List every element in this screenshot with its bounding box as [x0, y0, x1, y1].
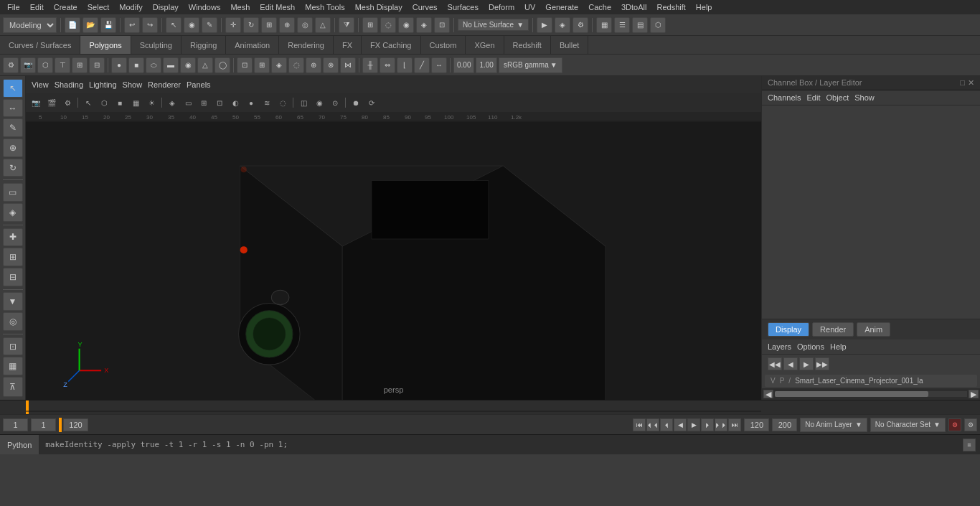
- bevel-btn[interactable]: ⌊: [397, 57, 413, 73]
- menu-3dttoall[interactable]: 3DtoAll: [617, 1, 651, 13]
- bridge-btn[interactable]: ⊞: [254, 57, 270, 73]
- open-scene-btn[interactable]: 📂: [83, 17, 98, 33]
- layer-scrollbar[interactable]: ◀ ▶: [762, 388, 980, 400]
- layer-next-btn[interactable]: ▶: [799, 357, 814, 370]
- menu-mesh-tools[interactable]: Mesh Tools: [301, 1, 349, 13]
- vp-dof-btn[interactable]: ◌: [275, 96, 290, 109]
- component-select-btn[interactable]: ◈: [3, 203, 23, 222]
- front-view-btn[interactable]: ⊞: [72, 57, 88, 73]
- viewport-menu-show[interactable]: Show: [123, 80, 143, 89]
- paint-tool-btn[interactable]: ✎: [3, 118, 23, 137]
- show-menu[interactable]: Show: [854, 93, 875, 102]
- rect-select-btn[interactable]: ▭: [3, 183, 23, 202]
- prev-key-btn[interactable]: ⏴⏴: [646, 418, 659, 431]
- menu-modify[interactable]: Modify: [115, 1, 146, 13]
- separate-btn[interactable]: ⊗: [323, 57, 339, 73]
- top-view-btn[interactable]: ⊤: [55, 57, 70, 73]
- vp-sync-btn[interactable]: ⟳: [364, 96, 379, 109]
- menu-generate[interactable]: Generate: [541, 1, 583, 13]
- go-end-btn[interactable]: ⏭: [728, 418, 741, 431]
- color-transform-dropdown[interactable]: sRGB gamma ▼: [499, 57, 562, 73]
- move-btn[interactable]: ✛: [225, 17, 241, 33]
- vp-camera-btn[interactable]: 📷: [29, 96, 43, 109]
- rotate-btn[interactable]: ↻: [243, 17, 259, 33]
- tab-fx-caching[interactable]: FX Caching: [362, 36, 420, 54]
- ipr-btn[interactable]: ◈: [555, 17, 570, 33]
- outliner-btn[interactable]: ▤: [632, 17, 648, 33]
- undo-btn[interactable]: ↩: [124, 17, 140, 33]
- menu-edit[interactable]: Edit: [26, 1, 48, 13]
- translate-value[interactable]: 0.00: [453, 57, 474, 73]
- anim-tab[interactable]: Anim: [857, 322, 890, 337]
- tab-polygons[interactable]: Polygons: [80, 36, 131, 54]
- layer-prev-prev-btn[interactable]: ◀◀: [768, 357, 782, 370]
- menu-create[interactable]: Create: [50, 1, 82, 13]
- snap-curve-btn[interactable]: ◌: [380, 17, 396, 33]
- snap-live-btn[interactable]: ⊡: [434, 17, 450, 33]
- display-tab[interactable]: Display: [768, 322, 809, 337]
- tab-sculpting[interactable]: Sculpting: [131, 36, 182, 54]
- universal-manipulator-btn[interactable]: ⊕: [279, 17, 295, 33]
- frame-range-end-input[interactable]: [63, 418, 88, 431]
- extrude-btn[interactable]: ⊡: [237, 57, 253, 73]
- menu-edit-mesh[interactable]: Edit Mesh: [255, 1, 299, 13]
- vp-resolution-gate-btn[interactable]: ▭: [181, 96, 195, 109]
- insert-edgeloop-btn[interactable]: ╫: [362, 57, 378, 73]
- vp-film-btn[interactable]: 🎬: [44, 96, 59, 109]
- channels-menu[interactable]: Channels: [768, 93, 801, 102]
- help-menu-item[interactable]: Help: [830, 342, 847, 351]
- scale-btn[interactable]: ⊞: [261, 17, 277, 33]
- menu-redshift[interactable]: Redshift: [652, 1, 689, 13]
- vp-motion-blur-btn[interactable]: ≋: [260, 96, 274, 109]
- append-btn[interactable]: ◈: [271, 57, 287, 73]
- live-surface-dropdown[interactable]: No Live Surface ▼: [458, 19, 529, 31]
- options-menu-item[interactable]: Options: [797, 342, 824, 351]
- vp-select-mode-btn[interactable]: ↖: [81, 96, 95, 109]
- render-btn[interactable]: ▶: [537, 17, 552, 33]
- perspective-btn[interactable]: ⬡: [37, 57, 53, 73]
- multi-cut-btn[interactable]: ✚: [3, 228, 23, 247]
- viewport-menu-shading[interactable]: Shading: [55, 80, 83, 89]
- tab-animation[interactable]: Animation: [226, 36, 279, 54]
- render-settings-btn[interactable]: ⚙: [573, 17, 588, 33]
- vp-ao-btn[interactable]: ●: [244, 96, 258, 109]
- poly-cone-btn[interactable]: △: [197, 57, 213, 73]
- snap-ground-btn[interactable]: ⊼: [3, 377, 23, 397]
- vp-cam-attr-btn[interactable]: ⚙: [60, 96, 75, 109]
- lasso-btn[interactable]: ◉: [184, 17, 199, 33]
- snap-grid-btn[interactable]: ⊞: [362, 17, 378, 33]
- vp-isolate-btn[interactable]: ◈: [165, 96, 179, 109]
- rotate-tool-btn[interactable]: ↻: [3, 159, 23, 177]
- xray-btn[interactable]: ⊡: [3, 337, 23, 356]
- poly-plane-btn[interactable]: ▬: [163, 57, 179, 73]
- vp-light-btn[interactable]: ☀: [144, 96, 159, 109]
- frame-input-2[interactable]: [31, 418, 56, 431]
- scroll-right-btn[interactable]: ▶: [969, 390, 979, 398]
- scroll-left-btn[interactable]: ◀: [763, 390, 773, 398]
- tool-settings-btn[interactable]: ⚙: [3, 57, 19, 73]
- layers-menu-item[interactable]: Layers: [768, 342, 791, 351]
- anim-layer-dropdown[interactable]: No Anim Layer ▼: [800, 418, 867, 432]
- menu-surfaces[interactable]: Surfaces: [443, 1, 483, 13]
- tab-fx[interactable]: FX: [334, 36, 362, 54]
- soft-mod-btn[interactable]: ◎: [297, 17, 313, 33]
- viewport-menu-renderer[interactable]: Renderer: [148, 80, 181, 89]
- layer-next-next-btn[interactable]: ▶▶: [815, 357, 829, 370]
- playback-end-input[interactable]: [744, 418, 769, 431]
- scale-value[interactable]: 1.00: [476, 57, 496, 73]
- create-tool-btn[interactable]: ⊕: [3, 139, 23, 157]
- vp-playblast-btn[interactable]: ⏺: [349, 96, 363, 109]
- current-frame-input[interactable]: [3, 418, 28, 431]
- python-tab[interactable]: Python: [0, 435, 39, 454]
- go-start-btn[interactable]: ⏮: [633, 418, 646, 431]
- tab-rendering[interactable]: Rendering: [279, 36, 334, 54]
- play-back-btn[interactable]: ◀: [674, 418, 687, 431]
- snap-view-btn[interactable]: ◈: [416, 17, 432, 33]
- menu-cache[interactable]: Cache: [584, 1, 616, 13]
- side-view-btn[interactable]: ⊟: [89, 57, 105, 73]
- snap-point-btn[interactable]: ◉: [398, 17, 414, 33]
- edit-menu[interactable]: Edit: [806, 93, 820, 102]
- total-frames-input[interactable]: [772, 418, 797, 431]
- layer-prev-btn[interactable]: ◀: [783, 357, 798, 370]
- combine-btn[interactable]: ⊕: [306, 57, 321, 73]
